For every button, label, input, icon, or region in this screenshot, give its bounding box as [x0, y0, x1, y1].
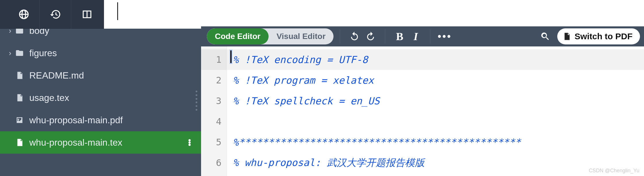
watermark-text: CSDN @Chenglin_Yu: [589, 168, 639, 174]
bold-button[interactable]: B: [392, 28, 408, 44]
globe-icon[interactable]: [8, 0, 40, 29]
file-tree-item[interactable]: whu-proposal-main.pdf: [0, 109, 201, 131]
code-line[interactable]: % !TeX spellcheck = en_US: [227, 91, 644, 111]
line-number: 4: [201, 111, 227, 132]
toolbar-separator: [385, 29, 385, 44]
redo-button[interactable]: [363, 28, 379, 44]
pdf-file-icon: [562, 32, 571, 41]
chevron-right-icon: ›: [7, 29, 13, 35]
history-icon[interactable]: [40, 0, 71, 29]
file-tree-item[interactable]: whu-proposal-main.tex•••: [0, 131, 201, 154]
sidebar-resize-handle[interactable]: [194, 91, 199, 111]
code-line[interactable]: % !TeX program = xelatex: [227, 70, 644, 91]
file-icon: [14, 138, 25, 147]
file-item-label: README.md: [29, 70, 201, 81]
chevron-right-icon: ›: [7, 49, 13, 58]
file-tree-item[interactable]: README.md: [0, 64, 201, 87]
italic-button[interactable]: I: [408, 28, 424, 44]
folder-icon: [14, 49, 25, 57]
file-tree-item[interactable]: ›body: [0, 29, 201, 42]
file-icon: [14, 71, 25, 80]
code-line[interactable]: %***************************************…: [227, 132, 644, 152]
code-editor-area[interactable]: 123456 % !TeX encoding = UTF-8% !TeX pro…: [201, 46, 644, 176]
line-number: 2: [201, 70, 227, 91]
undo-button[interactable]: [346, 28, 363, 44]
image-icon: [14, 116, 25, 124]
file-tree-sidebar: ›body›figuresREADME.mdusage.texwhu-propo…: [0, 29, 201, 176]
search-button[interactable]: [537, 28, 553, 44]
split-view-icon[interactable]: [71, 0, 103, 29]
file-icon: [14, 93, 25, 102]
file-item-menu-button[interactable]: •••: [184, 139, 195, 146]
editor-panel: Code Editor Visual Editor B I ••• Switch…: [201, 0, 644, 176]
folder-icon: [14, 29, 25, 35]
mode-code-editor-button[interactable]: Code Editor: [207, 28, 269, 44]
file-item-label: usage.tex: [29, 93, 201, 103]
editor-text-cursor: [230, 50, 232, 63]
mode-visual-editor-button[interactable]: Visual Editor: [269, 28, 334, 44]
code-line[interactable]: % !TeX encoding = UTF-8: [227, 49, 644, 70]
file-item-label: whu-proposal-main.tex: [29, 137, 184, 148]
switch-to-pdf-label: Switch to PDF: [574, 32, 633, 41]
toolbar-separator: [340, 29, 340, 44]
line-number: 5: [201, 132, 227, 152]
switch-to-pdf-button[interactable]: Switch to PDF: [557, 28, 640, 44]
toolbar-separator: [430, 29, 430, 44]
file-item-label: figures: [29, 48, 201, 58]
code-line[interactable]: [227, 111, 644, 132]
file-item-label: body: [29, 29, 201, 36]
left-top-toolbar: [0, 0, 104, 29]
code-lines[interactable]: % !TeX encoding = UTF-8% !TeX program = …: [227, 46, 644, 176]
line-number: 1: [201, 49, 227, 70]
editor-toolbar: Code Editor Visual Editor B I ••• Switch…: [201, 26, 644, 46]
editor-top-gap: [201, 0, 644, 26]
file-tree-item[interactable]: ›figures: [0, 42, 201, 64]
code-line[interactable]: % whu-proposal: 武汉大学开题报告模版: [227, 152, 644, 173]
line-number: 6: [201, 152, 227, 173]
file-tree-item[interactable]: usage.tex: [0, 87, 201, 109]
file-item-label: whu-proposal-main.pdf: [29, 115, 201, 126]
text-cursor-mark: [117, 2, 118, 20]
more-menu-button[interactable]: •••: [437, 28, 453, 44]
line-number-gutter: 123456: [201, 46, 227, 176]
editor-mode-toggle: Code Editor Visual Editor: [207, 28, 333, 44]
line-number: 3: [201, 91, 227, 111]
